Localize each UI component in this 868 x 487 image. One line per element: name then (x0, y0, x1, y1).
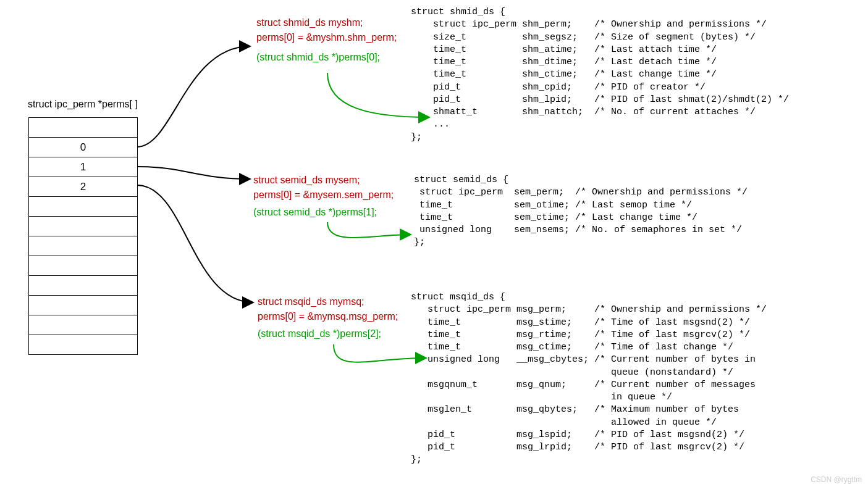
shm-cast: (struct shmid_ds *)perms[0]; (256, 50, 397, 65)
array-row-0: 0 (29, 137, 137, 157)
shm-assign: perms[0] = &myshm.shm_perm; (256, 30, 397, 45)
sem-cast: (struct semid_ds *)perms[1]; (253, 205, 394, 220)
struct-msqid-ds: struct msqid_ds { struct ipc_perm msg_pe… (411, 291, 767, 467)
code-block-msq: struct msqid_ds mymsq; perms[0] = &mymsq… (258, 294, 398, 341)
array-row-1: 1 (29, 157, 137, 177)
array-row (29, 275, 137, 295)
sem-assign: perms[0] = &mysem.sem_perm; (253, 188, 394, 202)
shm-decl: struct shmid_ds myshm; (256, 15, 397, 30)
watermark: CSDN @rygttm (811, 475, 862, 484)
array-row (29, 335, 137, 354)
array-row (29, 118, 137, 137)
array-row-2: 2 (29, 177, 137, 196)
array-row (29, 315, 137, 335)
sem-decl: struct semid_ds mysem; (253, 173, 394, 188)
perms-array-title: struct ipc_perm *perms[ ] (28, 99, 138, 110)
array-row (29, 196, 137, 216)
msq-decl: struct msqid_ds mymsq; (258, 294, 398, 309)
array-row (29, 256, 137, 275)
array-row (29, 236, 137, 256)
msq-cast: (struct msqid_ds *)perms[2]; (258, 327, 398, 341)
perms-array: 0 1 2 (28, 117, 138, 355)
code-block-shm: struct shmid_ds myshm; perms[0] = &myshm… (256, 15, 397, 65)
msq-assign: perms[0] = &mymsq.msg_perm; (258, 309, 398, 324)
struct-semid-ds: struct semid_ds { struct ipc_perm sem_pe… (414, 174, 748, 249)
struct-shmid-ds: struct shmid_ds { struct ipc_perm shm_pe… (411, 6, 789, 144)
array-row (29, 216, 137, 236)
array-row (29, 295, 137, 315)
code-block-sem: struct semid_ds mysem; perms[0] = &mysem… (253, 173, 394, 220)
